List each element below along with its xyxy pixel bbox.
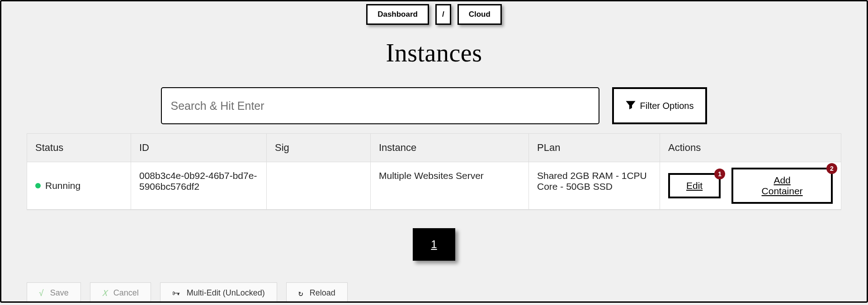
status-dot-icon <box>35 183 41 188</box>
cell-plan: Shared 2GB RAM - 1CPU Core - 50GB SSD <box>529 162 660 210</box>
cancel-label: Cancel <box>113 288 139 298</box>
col-status: Status <box>27 134 131 162</box>
reload-button[interactable]: ↻ Reload <box>286 282 348 303</box>
breadcrumb-item-cloud[interactable]: Cloud <box>458 4 502 25</box>
bottom-toolbar: √ Save X Cancel 🗝 Multi-Edit (UnLocked) … <box>27 282 867 303</box>
col-id: ID <box>131 134 267 162</box>
add-container-badge: 2 <box>826 163 837 174</box>
status-label: Running <box>45 180 80 191</box>
col-plan: PLan <box>529 134 660 162</box>
funnel-icon <box>626 100 636 112</box>
page-title: Instances <box>1 38 867 67</box>
check-icon: √ <box>39 288 44 298</box>
add-container-label: Add Container <box>762 175 803 196</box>
x-icon: X <box>102 288 107 298</box>
instances-table: Status ID Sig Instance PLan Actions Runn… <box>27 133 841 210</box>
cancel-button[interactable]: X Cancel <box>90 282 151 303</box>
filter-options-label: Filter Options <box>640 101 694 111</box>
search-input[interactable] <box>161 87 599 124</box>
edit-button[interactable]: Edit 1 <box>668 173 721 198</box>
edit-badge: 1 <box>714 169 725 179</box>
lock-open-icon: 🗝 <box>172 288 180 298</box>
filter-options-button[interactable]: Filter Options <box>612 87 708 124</box>
cell-sig <box>267 162 371 210</box>
breadcrumb-item-dashboard[interactable]: Dashboard <box>366 4 429 25</box>
col-actions: Actions <box>660 134 841 162</box>
cell-id: 008b3c4e-0b92-46b7-bd7e-5906bc576df2 <box>131 162 267 210</box>
save-label: Save <box>50 288 69 298</box>
page-1-button[interactable]: 1 <box>413 228 455 261</box>
breadcrumb: Dashboard / Cloud <box>1 4 867 25</box>
col-sig: Sig <box>267 134 371 162</box>
add-container-button[interactable]: Add Container 2 <box>731 168 833 204</box>
col-instance: Instance <box>371 134 529 162</box>
multi-edit-label: Multi-Edit (UnLocked) <box>187 288 265 298</box>
table-row: Running 008b3c4e-0b92-46b7-bd7e-5906bc57… <box>27 162 841 210</box>
multi-edit-button[interactable]: 🗝 Multi-Edit (UnLocked) <box>160 282 277 303</box>
edit-label: Edit <box>686 180 703 191</box>
cell-instance: Multiple Websites Server <box>371 162 529 210</box>
reload-label: Reload <box>310 288 335 298</box>
table-header-row: Status ID Sig Instance PLan Actions <box>27 134 841 162</box>
pagination: 1 <box>1 228 867 261</box>
save-button[interactable]: √ Save <box>27 282 81 303</box>
breadcrumb-separator: / <box>435 4 451 25</box>
reload-icon: ↻ <box>298 288 303 298</box>
